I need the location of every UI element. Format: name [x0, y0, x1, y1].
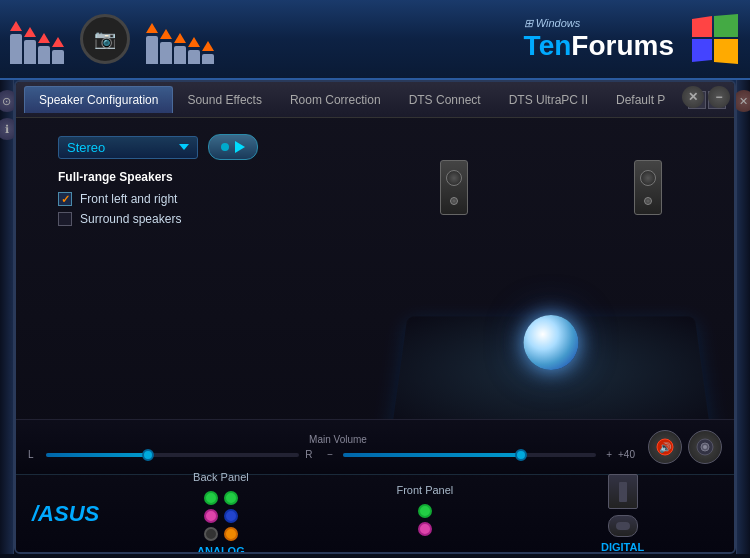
left-panel: Stereo Full-range Speakers Front left an… — [28, 130, 370, 460]
front-lr-checkbox[interactable] — [58, 192, 72, 206]
svg-marker-1 — [714, 14, 738, 37]
main-volume-thumb[interactable] — [515, 449, 527, 461]
front-lr-label: Front left and right — [80, 192, 177, 206]
digital-port-icon[interactable] — [608, 474, 638, 509]
back-panel-jacks-top — [204, 491, 238, 505]
digital-group: DIGITAL — [601, 474, 644, 553]
back-jack-blue[interactable] — [224, 509, 238, 523]
tab-room-correction[interactable]: Room Correction — [276, 87, 395, 113]
front-panel-group: Front Panel — [396, 484, 453, 544]
left-volume-slider[interactable] — [46, 453, 299, 457]
right-channel-label: R — [305, 449, 317, 460]
back-jack-green-1[interactable] — [204, 491, 218, 505]
svg-text:🔊: 🔊 — [659, 441, 672, 454]
banner-icons: 📷 — [10, 14, 214, 64]
speaker-right-icon[interactable] — [634, 160, 662, 215]
surround-checkbox[interactable] — [58, 212, 72, 226]
tab-dts-connect[interactable]: DTS Connect — [395, 87, 495, 113]
volume-row: L R − + +40 — [28, 449, 648, 460]
back-jack-orange[interactable] — [224, 527, 238, 541]
analog-label: ANALOG — [197, 545, 245, 555]
frame-side-left: ⊙ ℹ — [0, 80, 14, 554]
app-window: 📷 — [0, 0, 750, 558]
digital-button[interactable] — [608, 515, 638, 537]
back-jack-green-2[interactable] — [224, 491, 238, 505]
camera-icon: 📷 — [80, 14, 130, 64]
volume-value: +40 — [618, 449, 648, 460]
dropdown-value: Stereo — [67, 140, 105, 155]
tab-speaker-config[interactable]: Speaker Configuration — [24, 86, 173, 113]
dropdown-row: Stereo — [58, 134, 370, 160]
play-dot — [221, 143, 229, 151]
speaker-left-woofer — [446, 170, 462, 186]
panel-section: Back Panel ANALOG — [119, 471, 718, 555]
speaker-mode-dropdown[interactable]: Stereo — [58, 136, 198, 159]
tab-dts-ultrapc[interactable]: DTS UltraPC II — [495, 87, 602, 113]
left-volume-fill — [46, 453, 147, 457]
dropdown-arrow-icon — [179, 144, 189, 150]
tab-bar: Speaker Configuration Sound Effects Room… — [16, 82, 734, 118]
windows-icon: ⊞ — [524, 17, 536, 29]
close-button[interactable]: ✕ — [682, 86, 704, 108]
back-panel-jacks-bot — [204, 527, 238, 541]
speaker-stage — [380, 130, 722, 440]
app-controls: ✕ − — [682, 86, 730, 108]
front-jack-green[interactable] — [418, 504, 432, 518]
speaker-left-icon[interactable] — [440, 160, 468, 215]
speaker-left-tweeter — [450, 197, 458, 205]
digital-label: DIGITAL — [601, 541, 644, 553]
back-jack-black-1[interactable] — [204, 527, 218, 541]
volume-plus-icon: + — [606, 449, 612, 460]
left-channel-label: L — [28, 449, 40, 460]
speaker-right-tweeter — [644, 197, 652, 205]
top-banner: 📷 — [0, 0, 750, 80]
bottom-icons: 🔊 — [648, 430, 722, 464]
minimize-button[interactable]: − — [708, 86, 730, 108]
main-volume-fill — [343, 453, 520, 457]
svg-marker-3 — [714, 39, 738, 64]
left-volume-thumb[interactable] — [142, 449, 154, 461]
front-jack-pink[interactable] — [418, 522, 432, 536]
app-inner-frame: ✕ − Speaker Configuration Sound Effects … — [14, 80, 736, 554]
volume-label: Main Volume — [28, 434, 648, 445]
tab-default[interactable]: Default P — [602, 87, 679, 113]
mute-button[interactable]: 🔊 — [648, 430, 682, 464]
speaker-right-woofer — [640, 170, 656, 186]
site-logo: TenForums — [524, 30, 674, 62]
asus-logo: /ASUS — [32, 501, 99, 527]
settings-button[interactable] — [688, 430, 722, 464]
play-triangle-icon — [235, 141, 245, 153]
windows-logo — [690, 14, 740, 64]
back-panel-title: Back Panel — [193, 471, 249, 483]
footer: /ASUS Back Panel — [16, 474, 734, 552]
front-panel-jacks-top — [418, 504, 432, 518]
listening-position-ball — [524, 315, 579, 370]
svg-marker-2 — [692, 39, 712, 62]
speaker-options: Full-range Speakers Front left and right… — [58, 170, 370, 232]
front-panel-title: Front Panel — [396, 484, 453, 496]
volume-separator: − — [327, 449, 333, 460]
main-volume-slider[interactable] — [343, 453, 596, 457]
speaker-visual — [380, 130, 722, 460]
svg-marker-0 — [692, 16, 712, 37]
frame-side-right: ✕ — [736, 80, 750, 554]
volume-section: Main Volume L R − + +40 — [28, 434, 648, 460]
back-jack-pink[interactable] — [204, 509, 218, 523]
back-panel-jacks-mid — [204, 509, 238, 523]
tab-sound-effects[interactable]: Sound Effects — [173, 87, 276, 113]
play-test-button[interactable] — [208, 134, 258, 160]
surround-row: Surround speakers — [58, 212, 370, 226]
bottom-bar: Main Volume L R − + +40 — [16, 419, 734, 474]
full-range-label: Full-range Speakers — [58, 170, 370, 184]
front-panel-jacks-mid — [418, 522, 432, 536]
surround-label: Surround speakers — [80, 212, 181, 226]
windows-label: ⊞ Windows — [524, 17, 581, 30]
front-lr-row: Front left and right — [58, 192, 370, 206]
back-panel-group: Back Panel ANALOG — [193, 471, 249, 555]
svg-point-8 — [703, 445, 707, 449]
